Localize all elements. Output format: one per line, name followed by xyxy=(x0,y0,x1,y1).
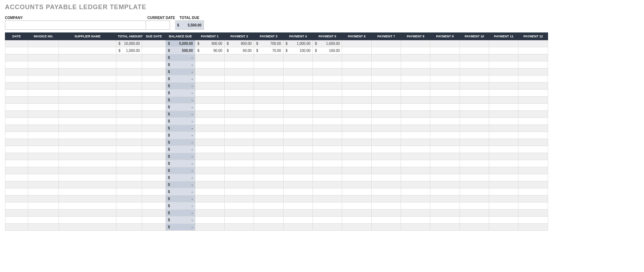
cell-payment-11[interactable] xyxy=(489,188,518,195)
cell-payment-9[interactable] xyxy=(430,146,460,153)
cell-payment-1[interactable] xyxy=(195,139,224,146)
cell-payment-1[interactable] xyxy=(195,111,224,118)
cell-total-amount[interactable] xyxy=(116,61,142,68)
cell-payment-12[interactable] xyxy=(518,181,548,188)
cell-payment-12[interactable] xyxy=(518,104,548,111)
cell-total-amount[interactable] xyxy=(116,75,142,83)
cell-payment-2[interactable] xyxy=(225,224,254,231)
cell-payment-1[interactable] xyxy=(195,75,224,83)
cell-payment-6[interactable] xyxy=(342,90,371,97)
cell-due-date[interactable] xyxy=(142,203,166,210)
cell-date[interactable] xyxy=(5,125,28,132)
cell-supplier[interactable] xyxy=(59,217,116,224)
cell-payment-5[interactable] xyxy=(313,90,342,97)
cell-due-date[interactable] xyxy=(142,160,166,167)
cell-payment-1[interactable] xyxy=(195,90,224,97)
cell-payment-2[interactable] xyxy=(225,188,254,195)
cell-invoice[interactable] xyxy=(28,61,59,68)
cell-supplier[interactable] xyxy=(59,188,116,195)
cell-payment-7[interactable] xyxy=(371,47,401,54)
cell-payment-3[interactable] xyxy=(254,90,283,97)
cell-payment-6[interactable] xyxy=(342,210,371,217)
cell-payment-8[interactable] xyxy=(401,75,430,83)
cell-payment-12[interactable] xyxy=(518,75,548,83)
cell-payment-8[interactable] xyxy=(401,54,430,61)
cell-payment-10[interactable] xyxy=(460,181,489,188)
cell-payment-9[interactable] xyxy=(430,75,460,83)
cell-total-amount[interactable] xyxy=(116,188,142,195)
cell-payment-5[interactable] xyxy=(313,195,342,203)
cell-payment-1[interactable] xyxy=(195,181,224,188)
cell-payment-9[interactable] xyxy=(430,68,460,75)
current-date-input[interactable] xyxy=(146,20,170,30)
cell-payment-9[interactable] xyxy=(430,195,460,203)
cell-payment-3[interactable] xyxy=(254,75,283,83)
cell-payment-12[interactable] xyxy=(518,146,548,153)
cell-payment-6[interactable] xyxy=(342,47,371,54)
cell-payment-1[interactable] xyxy=(195,118,224,125)
cell-due-date[interactable] xyxy=(142,224,166,231)
cell-due-date[interactable] xyxy=(142,217,166,224)
cell-supplier[interactable] xyxy=(59,153,116,160)
cell-payment-6[interactable] xyxy=(342,125,371,132)
cell-payment-2[interactable] xyxy=(225,153,254,160)
cell-invoice[interactable] xyxy=(28,54,59,61)
cell-payment-4[interactable] xyxy=(283,68,312,75)
cell-payment-12[interactable] xyxy=(518,125,548,132)
cell-date[interactable] xyxy=(5,75,28,83)
cell-payment-2[interactable] xyxy=(225,132,254,139)
cell-payment-12[interactable] xyxy=(518,160,548,167)
cell-payment-11[interactable] xyxy=(489,97,518,104)
cell-payment-10[interactable] xyxy=(460,146,489,153)
cell-total-amount[interactable] xyxy=(116,139,142,146)
cell-payment-3[interactable] xyxy=(254,111,283,118)
cell-payment-8[interactable] xyxy=(401,132,430,139)
cell-payment-3[interactable] xyxy=(254,217,283,224)
cell-payment-6[interactable] xyxy=(342,40,371,47)
cell-payment-5[interactable] xyxy=(313,83,342,90)
cell-payment-5[interactable] xyxy=(313,125,342,132)
cell-supplier[interactable] xyxy=(59,125,116,132)
cell-due-date[interactable] xyxy=(142,125,166,132)
cell-supplier[interactable] xyxy=(59,174,116,181)
cell-payment-1[interactable]: $900.00 xyxy=(195,40,224,47)
cell-payment-3[interactable]: $700.00 xyxy=(254,40,283,47)
cell-total-amount[interactable] xyxy=(116,181,142,188)
cell-payment-11[interactable] xyxy=(489,47,518,54)
cell-payment-12[interactable] xyxy=(518,174,548,181)
cell-payment-12[interactable] xyxy=(518,83,548,90)
cell-payment-3[interactable] xyxy=(254,174,283,181)
cell-date[interactable] xyxy=(5,217,28,224)
cell-payment-2[interactable] xyxy=(225,61,254,68)
cell-payment-1[interactable] xyxy=(195,54,224,61)
cell-due-date[interactable] xyxy=(142,139,166,146)
cell-payment-1[interactable] xyxy=(195,224,224,231)
cell-total-amount[interactable] xyxy=(116,68,142,75)
cell-total-amount[interactable] xyxy=(116,97,142,104)
cell-payment-7[interactable] xyxy=(371,125,401,132)
cell-payment-1[interactable] xyxy=(195,97,224,104)
cell-due-date[interactable] xyxy=(142,167,166,174)
cell-payment-3[interactable] xyxy=(254,167,283,174)
cell-total-amount[interactable] xyxy=(116,160,142,167)
cell-payment-2[interactable]: $800.00 xyxy=(225,40,254,47)
cell-payment-4[interactable] xyxy=(283,54,312,61)
cell-payment-8[interactable] xyxy=(401,83,430,90)
cell-payment-10[interactable] xyxy=(460,174,489,181)
cell-payment-5[interactable] xyxy=(313,54,342,61)
cell-supplier[interactable] xyxy=(59,160,116,167)
cell-payment-5[interactable] xyxy=(313,139,342,146)
cell-payment-1[interactable] xyxy=(195,217,224,224)
cell-due-date[interactable] xyxy=(142,111,166,118)
cell-payment-1[interactable] xyxy=(195,174,224,181)
cell-payment-4[interactable] xyxy=(283,111,312,118)
cell-payment-7[interactable] xyxy=(371,111,401,118)
cell-total-amount[interactable] xyxy=(116,54,142,61)
cell-payment-10[interactable] xyxy=(460,217,489,224)
cell-payment-10[interactable] xyxy=(460,132,489,139)
cell-payment-8[interactable] xyxy=(401,174,430,181)
cell-invoice[interactable] xyxy=(28,224,59,231)
cell-payment-2[interactable] xyxy=(225,75,254,83)
cell-date[interactable] xyxy=(5,203,28,210)
cell-payment-4[interactable] xyxy=(283,104,312,111)
